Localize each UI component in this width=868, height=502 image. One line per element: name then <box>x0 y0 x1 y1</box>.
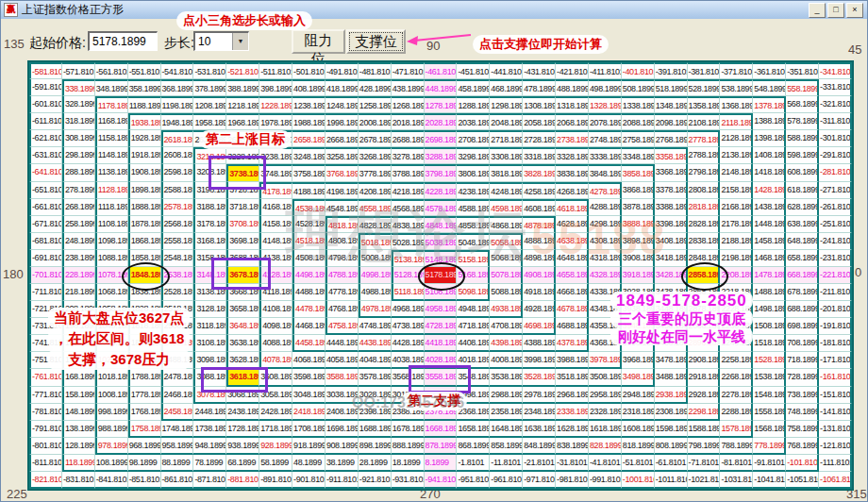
grid-cell: -41.8101 <box>589 455 622 472</box>
grid-cell: 578.1899 <box>786 113 819 130</box>
grid-cell: 2128.1899 <box>720 130 753 147</box>
grid-cell: 3528.1899 <box>523 369 556 386</box>
grid-cell: -441.8101 <box>490 62 523 79</box>
window-title: 上证指数价格正方形 <box>22 2 124 18</box>
grid-cell: 28.1899 <box>359 455 392 472</box>
grid-cell: 4258.1899 <box>523 182 556 199</box>
grid-cell: 4898.1899 <box>523 250 556 267</box>
grid-cell: 4698.1899 <box>523 318 556 335</box>
grid-cell: 3038.1899 <box>326 387 359 404</box>
grid-cell: -601.8101 <box>29 96 62 113</box>
grid-cell: 1708.1899 <box>292 421 326 438</box>
grid-cell: 4778.1899 <box>326 284 359 301</box>
grid-cell: 658.1899 <box>786 250 819 267</box>
grid-cell: 4928.1899 <box>523 301 556 318</box>
grid-cell: 3518.1899 <box>556 369 589 386</box>
grid-cell: 58.1899 <box>259 455 292 472</box>
grid-cell: 1288.1899 <box>457 96 490 113</box>
grid-cell: 4688.1899 <box>556 318 589 335</box>
grid-cell: 688.1899 <box>786 301 819 318</box>
grid-cell: 4598.1899 <box>490 199 523 216</box>
grid-cell: 3168.1899 <box>193 233 226 250</box>
grid-cell: -691.8101 <box>29 250 62 267</box>
grid-cell: 4268.1899 <box>556 182 589 199</box>
grid-cell: 4108.1899 <box>259 301 292 318</box>
grid-cell: -201.8101 <box>819 301 852 318</box>
grid-cell: 778.1899 <box>753 438 786 455</box>
grid-cell: 358.1899 <box>128 79 161 96</box>
close-button[interactable]: × <box>846 3 863 18</box>
grid-cell: 2728.1899 <box>523 130 556 147</box>
resistance-button[interactable]: 阻力位 <box>292 29 345 54</box>
grid-cell: 608.1899 <box>786 164 819 181</box>
grid-cell: 5138.1899 <box>392 250 425 267</box>
grid-cell: -911.8101 <box>326 472 359 489</box>
step-combobox[interactable]: 10 ▼ <box>193 31 249 51</box>
highlight-box <box>201 367 268 392</box>
step-value[interactable]: 10 <box>195 33 232 50</box>
grid-cell: 3808.1899 <box>457 164 490 181</box>
grid-cell: 2148.1899 <box>720 164 753 181</box>
grid-cell: 3108.1899 <box>193 335 226 352</box>
grid-cell: 2348.1899 <box>523 404 556 421</box>
grid-cell: 4168.1899 <box>259 199 292 216</box>
grid-cell: 4888.1899 <box>523 233 556 250</box>
grid-cell: 3188.1899 <box>193 199 226 216</box>
grid-cell: 3768.1899 <box>326 164 359 181</box>
grid-cell: 1208.1899 <box>193 96 226 113</box>
grid-cell: 4418.1899 <box>425 335 458 352</box>
grid-cell: 4288.1899 <box>589 199 622 216</box>
title-bar[interactable]: 赢 上证指数价格正方形 _ □ × <box>1 1 867 19</box>
grid-cell: 5038.1899 <box>425 233 458 250</box>
grid-cell: 4738.1899 <box>392 318 425 335</box>
grid-cell: -141.8101 <box>819 404 852 421</box>
support-button[interactable]: 支撑位 <box>346 29 406 54</box>
grid-cell: -971.8101 <box>523 472 556 489</box>
grid-cell: 598.1899 <box>786 147 819 164</box>
grid-cell: 2188.1899 <box>720 233 753 250</box>
grid-cell: 1688.1899 <box>359 421 392 438</box>
grid-cell: -151.8101 <box>819 387 852 404</box>
grid-cell: -661.8101 <box>29 199 62 216</box>
grid-cell: 3028.1899 <box>359 387 392 404</box>
grid-cell: 3538.1899 <box>490 369 523 386</box>
grid-cell: 4548.1899 <box>326 199 359 216</box>
maximize-button[interactable]: □ <box>827 3 844 18</box>
grid-cell: 888.1899 <box>392 438 425 455</box>
grid-cell: -311.8101 <box>819 113 852 130</box>
grid-cell: 408.1899 <box>292 79 326 96</box>
grid-cell: 1188.1899 <box>128 96 161 113</box>
dropdown-arrow-icon[interactable]: ▼ <box>232 33 248 50</box>
grid-cell: -101.8101 <box>786 455 819 472</box>
grid-cell: 2278.1899 <box>720 387 753 404</box>
grid-cell: 968.1899 <box>128 438 161 455</box>
grid-cell: 988.1899 <box>95 421 128 438</box>
grid-cell: 1938.1899 <box>128 113 161 130</box>
grid-cell: 558.1899 <box>786 79 819 96</box>
grid-cell: 1378.1899 <box>753 96 786 113</box>
grid-cell: 568.1899 <box>786 96 819 113</box>
grid-cell: 5078.1899 <box>490 267 523 284</box>
grid-cell: 238.1899 <box>62 250 95 267</box>
grid-cell: 3828.1899 <box>523 164 556 181</box>
grid-cell: 298.1899 <box>62 147 95 164</box>
grid-cell: -501.8101 <box>292 62 326 79</box>
grid-cell: 2788.1899 <box>688 147 721 164</box>
grid-cell: 3278.1899 <box>392 147 425 164</box>
grid-cell: 248.1899 <box>62 233 95 250</box>
grid-cell: 4798.1899 <box>326 250 359 267</box>
minimize-button[interactable]: _ <box>809 3 826 18</box>
grid-cell: 4008.1899 <box>490 352 523 369</box>
grid-cell: 4298.1899 <box>589 216 622 233</box>
grid-cell: -941.8101 <box>425 472 458 489</box>
grid-cell: 4938.1899 <box>490 301 523 318</box>
grid-cell: 628.1899 <box>786 199 819 216</box>
grid-cell: 148.1899 <box>62 404 95 421</box>
grid-cell: 908.1899 <box>326 438 359 455</box>
grid-cell: 4478.1899 <box>292 301 326 318</box>
start-price-input[interactable]: 5178.1899 <box>88 31 158 51</box>
grid-cell: 1908.1899 <box>128 164 161 181</box>
grid-cell: 1918.1899 <box>128 147 161 164</box>
grid-cell: 1178.1899 <box>95 96 128 113</box>
grid-cell: 738.1899 <box>786 387 819 404</box>
